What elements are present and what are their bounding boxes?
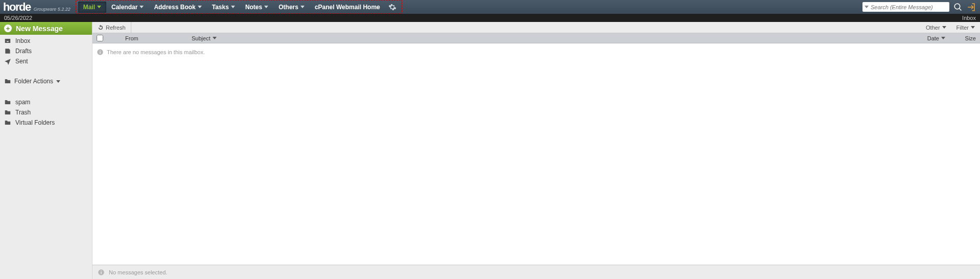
menu-tasks[interactable]: Tasks: [207, 2, 240, 13]
column-label: From: [125, 35, 138, 41]
current-date: 05/26/2022: [4, 15, 32, 21]
draft-icon: [4, 48, 11, 55]
sidebar-item-label: Virtual Folders: [15, 119, 55, 126]
refresh-icon: [98, 25, 104, 31]
filter-label: Filter: [956, 25, 969, 31]
column-date[interactable]: Date: [898, 35, 949, 41]
message-list: There are no messages in this mailbox.: [92, 43, 980, 265]
sidebar-item-sent[interactable]: Sent: [0, 56, 92, 66]
refresh-button[interactable]: Refresh: [92, 22, 131, 33]
gear-icon: [388, 3, 396, 11]
chevron-down-icon: [231, 6, 235, 8]
select-all-checkbox[interactable]: [97, 35, 103, 41]
folder-actions-label: Folder Actions: [14, 78, 53, 85]
mailbox-list: Inbox Drafts Sent: [0, 35, 92, 66]
search-input[interactable]: [871, 3, 947, 11]
sidebar-item-virtual-folders[interactable]: Virtual Folders: [0, 118, 92, 128]
main-layout: + New Message Inbox Drafts Sent Folder A…: [0, 22, 980, 279]
menu-label: Tasks: [212, 4, 229, 11]
logout-button[interactable]: [967, 3, 976, 12]
folder-icon: [4, 78, 11, 85]
logout-icon: [967, 3, 976, 12]
chevron-down-icon: [97, 6, 101, 8]
sidebar-item-label: spam: [15, 99, 30, 106]
plus-icon: +: [4, 25, 12, 32]
svg-rect-3: [100, 51, 100, 51]
chevron-down-icon: [56, 80, 60, 83]
search-folder-icon: [4, 119, 11, 126]
sub-bar: 05/26/2022 Inbox: [0, 14, 980, 22]
menu-address-book[interactable]: Address Book: [149, 2, 206, 13]
info-icon: [98, 269, 105, 276]
search-box[interactable]: [862, 2, 949, 12]
sent-icon: [4, 58, 11, 65]
folder-actions-dropdown[interactable]: Folder Actions: [0, 76, 92, 87]
status-bar: No messages selected.: [92, 265, 980, 279]
empty-text: There are no messages in this mailbox.: [107, 49, 205, 55]
menu-label: Mail: [83, 4, 95, 11]
other-label: Other: [926, 25, 940, 31]
topbar-right: [862, 0, 980, 14]
message-table-header: From Subject Date Size: [92, 33, 980, 43]
chevron-down-icon[interactable]: [865, 6, 869, 8]
menu-label: Others: [278, 4, 298, 11]
column-subject[interactable]: Subject: [188, 35, 898, 41]
menu-others[interactable]: Others: [273, 2, 310, 13]
empty-mailbox-message: There are no messages in this mailbox.: [97, 49, 976, 56]
status-text: No messages selected.: [109, 269, 167, 275]
message-toolbar: Refresh Other Filter: [92, 22, 980, 33]
column-select-all[interactable]: [92, 35, 107, 41]
chevron-down-icon: [264, 6, 268, 8]
folder-icon: [4, 99, 11, 106]
sidebar-item-label: Trash: [15, 109, 31, 116]
chevron-down-icon: [300, 6, 305, 8]
column-size[interactable]: Size: [949, 35, 980, 41]
brand: horde Groupware 5.2.22: [0, 1, 76, 14]
sidebar-item-trash[interactable]: Trash: [0, 107, 92, 118]
menu-label: cPanel Webmail Home: [315, 4, 380, 11]
menu-label: Notes: [245, 4, 262, 11]
chevron-down-icon: [139, 6, 144, 8]
sidebar-item-inbox[interactable]: Inbox: [0, 36, 92, 46]
info-icon: [97, 49, 104, 56]
sidebar-item-label: Drafts: [15, 48, 32, 55]
main-menu-highlight: Mail Calendar Address Book Tasks Notes O…: [76, 0, 402, 14]
chevron-down-icon: [942, 26, 946, 29]
brand-tagline: Groupware 5.2.22: [34, 7, 71, 12]
refresh-label: Refresh: [106, 25, 126, 31]
svg-rect-5: [101, 271, 101, 273]
column-from[interactable]: From: [121, 35, 188, 41]
brand-logo: horde: [3, 1, 31, 14]
sidebar: + New Message Inbox Drafts Sent Folder A…: [0, 22, 92, 279]
settings-button[interactable]: [385, 3, 400, 11]
menu-calendar[interactable]: Calendar: [106, 2, 149, 13]
svg-rect-6: [101, 270, 101, 271]
menu-notes[interactable]: Notes: [240, 2, 273, 13]
chevron-down-icon: [213, 37, 217, 39]
menu-mail[interactable]: Mail: [78, 2, 106, 13]
sidebar-item-spam[interactable]: spam: [0, 97, 92, 107]
menu-cpanel-home[interactable]: cPanel Webmail Home: [310, 2, 385, 13]
chevron-down-icon: [971, 26, 975, 29]
chevron-down-icon: [941, 37, 945, 39]
menu-label: Address Book: [154, 4, 195, 11]
search-button[interactable]: [953, 3, 963, 12]
top-menu-bar: horde Groupware 5.2.22 Mail Calendar Add…: [0, 0, 980, 14]
inbox-icon: [4, 37, 11, 44]
other-dropdown[interactable]: Other: [921, 22, 951, 33]
column-label: Size: [965, 35, 976, 41]
column-label: Subject: [192, 35, 211, 41]
chevron-down-icon: [198, 6, 202, 8]
folder-icon: [4, 109, 11, 116]
menu-label: Calendar: [111, 4, 137, 11]
new-message-label: New Message: [16, 25, 63, 33]
extra-folder-list: spam Trash Virtual Folders: [0, 96, 92, 128]
svg-rect-2: [100, 52, 100, 54]
sidebar-item-drafts[interactable]: Drafts: [0, 46, 92, 56]
breadcrumb-folder: Inbox: [962, 15, 976, 21]
sidebar-item-label: Sent: [15, 58, 28, 65]
filter-dropdown[interactable]: Filter: [951, 22, 980, 33]
sidebar-item-label: Inbox: [15, 37, 30, 44]
column-label: Date: [927, 35, 939, 41]
new-message-button[interactable]: + New Message: [0, 22, 92, 35]
